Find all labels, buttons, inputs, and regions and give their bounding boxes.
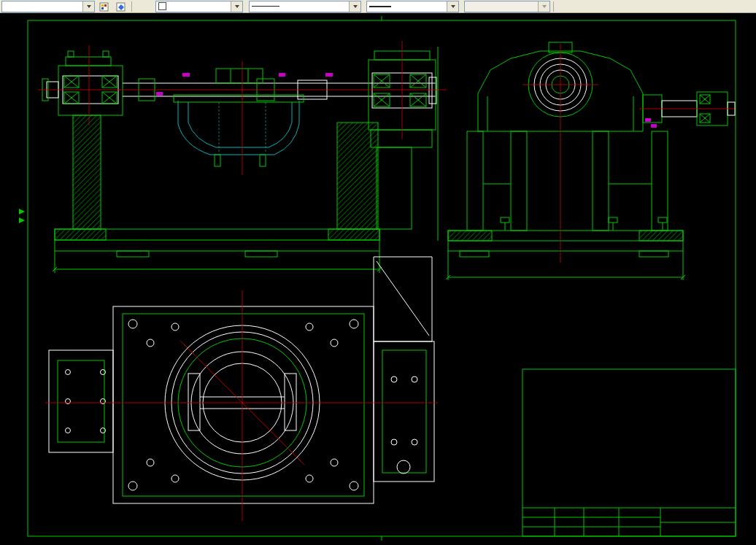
title-block (522, 508, 736, 536)
linetype-combo-arrow-icon[interactable] (349, 1, 360, 12)
layer-properties-icon[interactable] (97, 1, 112, 12)
assembly-drawing (0, 13, 756, 545)
cad-application-window (0, 0, 756, 545)
color-swatch (158, 2, 166, 10)
linetype-sample (252, 6, 279, 7)
drawing-canvas[interactable] (0, 13, 756, 545)
color-combo-arrow-icon[interactable] (231, 1, 242, 12)
linetype-combo[interactable] (249, 1, 361, 12)
side-view (446, 42, 735, 280)
plotstyle-combo-arrow-icon (538, 1, 549, 12)
make-layer-current-icon[interactable] (114, 1, 128, 12)
object-properties-toolbar (0, 0, 756, 13)
layer-combo-arrow-icon[interactable] (82, 1, 94, 12)
border-frame (19, 16, 736, 541)
layer-combo[interactable] (1, 1, 95, 12)
toolbar-separator (131, 1, 132, 12)
color-combo[interactable] (155, 1, 243, 12)
lineweight-combo-arrow-icon[interactable] (447, 1, 458, 12)
toolbar-separator-2 (553, 1, 554, 12)
lineweight-combo[interactable] (366, 1, 459, 12)
plan-view (45, 257, 438, 521)
front-view (38, 41, 447, 273)
plotstyle-combo (464, 1, 550, 12)
lineweight-sample (369, 6, 391, 7)
